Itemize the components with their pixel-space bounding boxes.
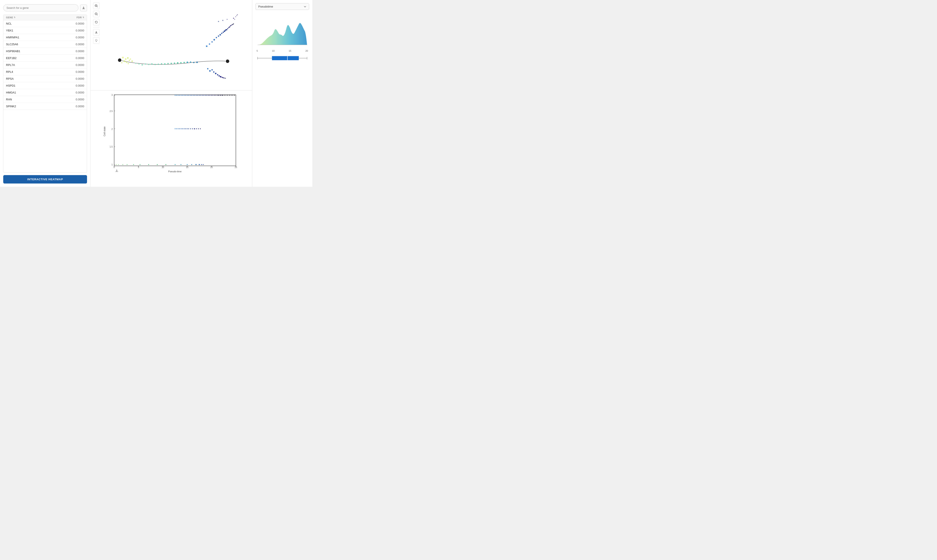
svg-point-65	[218, 75, 220, 77]
pseudotime-chart[interactable]: Cell state Pseudo-time 1 1.5 2 2.5 3 0 5…	[91, 91, 252, 174]
svg-point-165	[165, 164, 166, 165]
gene-name-cell: YBX1	[6, 29, 45, 32]
svg-point-119	[200, 95, 201, 95]
zoom-in-button[interactable]	[93, 3, 100, 9]
gene-column-header[interactable]: GENE ⇅	[6, 16, 45, 19]
svg-point-63	[215, 73, 217, 74]
export-button[interactable]	[93, 29, 100, 35]
fdr-column-header[interactable]: FDR ⇅	[45, 16, 85, 19]
boxplot	[255, 54, 309, 63]
zoom-out-icon	[95, 12, 98, 15]
table-row[interactable]: NCL 0.0000	[3, 20, 87, 27]
svg-point-153	[194, 128, 195, 129]
table-row[interactable]: YBX1 0.0000	[3, 27, 87, 34]
svg-point-138	[231, 95, 232, 95]
table-row[interactable]: HSP90AB1 0.0000	[3, 48, 87, 55]
svg-point-74	[233, 18, 234, 19]
gene-name-cell: RPL4	[6, 70, 45, 74]
svg-point-60	[209, 70, 211, 72]
svg-point-144	[179, 128, 180, 129]
svg-point-121	[203, 95, 204, 95]
table-row[interactable]: HMGA1 0.0000	[3, 89, 87, 96]
svg-point-161	[133, 164, 134, 165]
svg-point-16	[130, 58, 131, 60]
gene-name-cell: EEF1B2	[6, 57, 45, 60]
svg-point-9	[122, 57, 124, 58]
fdr-cell: 0.0000	[45, 98, 85, 101]
reset-button[interactable]	[93, 19, 100, 25]
svg-point-72	[222, 20, 223, 21]
pseudotime-dropdown[interactable]: Pseudotime	[255, 3, 309, 10]
table-row[interactable]: RPSA 0.0000	[3, 75, 87, 82]
table-row[interactable]: EEF1B2 0.0000	[3, 55, 87, 62]
svg-point-113	[191, 95, 192, 95]
svg-point-128	[214, 95, 215, 95]
fdr-cell: 0.0000	[45, 22, 85, 25]
fdr-cell: 0.0000	[45, 57, 85, 60]
search-input[interactable]	[3, 4, 78, 11]
svg-point-150	[188, 128, 189, 129]
svg-point-58	[233, 23, 234, 24]
table-row[interactable]: HSPD1 0.0000	[3, 82, 87, 89]
svg-point-26	[158, 63, 159, 65]
svg-point-17	[131, 60, 133, 62]
zoom-in-icon	[95, 4, 98, 7]
svg-point-106	[181, 95, 182, 95]
svg-point-151	[190, 128, 191, 129]
svg-point-127	[212, 95, 213, 95]
svg-point-66	[220, 76, 222, 77]
svg-point-44	[218, 35, 219, 37]
density-chart-area: 5 10 15 20	[255, 14, 309, 183]
scatter-plot[interactable]: 0 1	[91, 0, 252, 90]
svg-point-170	[195, 164, 197, 165]
svg-point-156	[200, 128, 201, 129]
table-row[interactable]: RAN 0.0000	[3, 96, 87, 103]
table-row[interactable]: HNRNPA1 0.0000	[3, 34, 87, 41]
node0-label: 0	[121, 57, 122, 59]
fdr-cell: 0.0000	[45, 84, 85, 87]
svg-point-158	[118, 164, 119, 165]
fdr-cell: 0.0000	[45, 49, 85, 53]
svg-point-152	[192, 128, 193, 129]
gene-rows-container: NCL 0.0000 YBX1 0.0000 HNRNPA1 0.0000 SL…	[3, 20, 87, 110]
table-row[interactable]: SPINK2 0.0000	[3, 103, 87, 110]
gene-name-cell: HMGA1	[6, 91, 45, 94]
svg-point-45	[220, 34, 221, 35]
svg-point-126	[211, 95, 212, 95]
download-button[interactable]	[80, 5, 87, 11]
svg-point-10	[125, 58, 126, 60]
svg-point-103	[176, 95, 177, 95]
svg-point-48	[224, 30, 225, 32]
lasso-icon	[95, 39, 98, 42]
heatmap-button[interactable]: INTERACTIVE HEATMAP	[3, 175, 87, 183]
svg-point-7	[95, 39, 97, 41]
svg-point-168	[187, 164, 188, 165]
svg-point-76	[235, 16, 236, 17]
gene-table-header: GENE ⇅ FDR ⇅	[3, 15, 87, 20]
zoom-out-button[interactable]	[93, 11, 100, 17]
svg-point-163	[148, 164, 149, 165]
table-row[interactable]: RPL4 0.0000	[3, 69, 87, 75]
svg-text:3: 3	[111, 94, 113, 96]
svg-point-70	[225, 78, 226, 78]
svg-point-117	[197, 95, 198, 95]
svg-point-14	[129, 60, 130, 61]
search-input-wrapper	[3, 4, 78, 11]
gene-table: GENE ⇅ FDR ⇅ NCL 0.0000 YBX1 0.0000 HNRN…	[3, 15, 87, 172]
svg-point-129	[215, 95, 216, 95]
svg-point-105	[179, 95, 180, 95]
lasso-button[interactable]	[93, 37, 100, 44]
table-row[interactable]: RPL7A 0.0000	[3, 62, 87, 69]
table-row[interactable]: SLC25A6 0.0000	[3, 41, 87, 48]
svg-point-104	[178, 95, 178, 95]
pseudotime-export-icon[interactable]	[115, 169, 119, 172]
svg-point-149	[187, 128, 188, 129]
svg-point-68	[223, 77, 224, 78]
left-panel: GENE ⇅ FDR ⇅ NCL 0.0000 YBX1 0.0000 HNRN…	[0, 0, 91, 187]
svg-point-20	[138, 63, 140, 65]
density-axis: 5 10 15 20	[255, 49, 309, 52]
svg-point-31	[174, 63, 175, 64]
svg-point-162	[140, 164, 140, 165]
svg-point-61	[212, 69, 213, 71]
svg-line-6	[97, 15, 98, 15]
